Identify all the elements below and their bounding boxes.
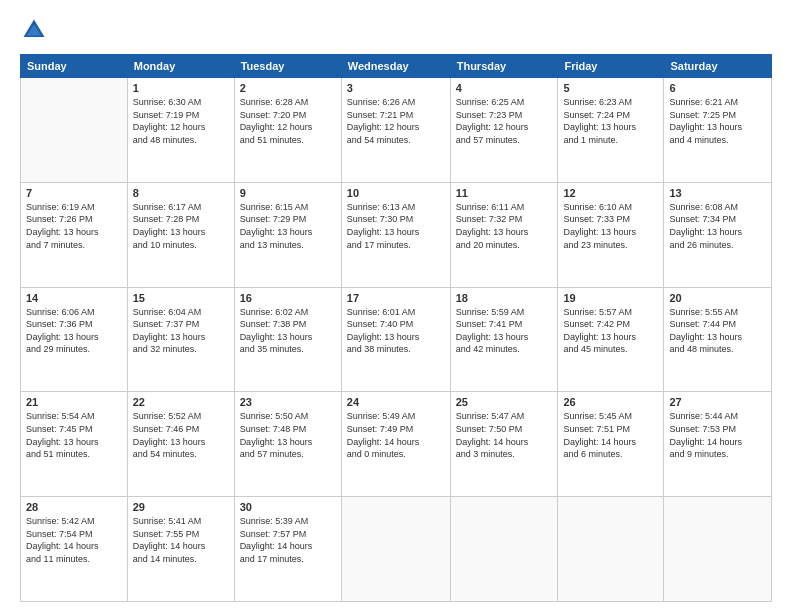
calendar-day-cell [450, 497, 558, 602]
day-info: Sunrise: 5:47 AM Sunset: 7:50 PM Dayligh… [456, 410, 553, 460]
day-number: 2 [240, 82, 336, 94]
day-info: Sunrise: 5:41 AM Sunset: 7:55 PM Dayligh… [133, 515, 229, 565]
day-number: 17 [347, 292, 445, 304]
day-number: 23 [240, 396, 336, 408]
day-number: 7 [26, 187, 122, 199]
day-info: Sunrise: 6:26 AM Sunset: 7:21 PM Dayligh… [347, 96, 445, 146]
calendar-day-cell: 15Sunrise: 6:04 AM Sunset: 7:37 PM Dayli… [127, 287, 234, 392]
calendar-header: SundayMondayTuesdayWednesdayThursdayFrid… [21, 55, 772, 78]
day-info: Sunrise: 6:11 AM Sunset: 7:32 PM Dayligh… [456, 201, 553, 251]
day-number: 25 [456, 396, 553, 408]
calendar-day-cell: 11Sunrise: 6:11 AM Sunset: 7:32 PM Dayli… [450, 182, 558, 287]
weekday-header: Saturday [664, 55, 772, 78]
calendar-day-cell: 14Sunrise: 6:06 AM Sunset: 7:36 PM Dayli… [21, 287, 128, 392]
calendar-day-cell: 23Sunrise: 5:50 AM Sunset: 7:48 PM Dayli… [234, 392, 341, 497]
day-info: Sunrise: 6:02 AM Sunset: 7:38 PM Dayligh… [240, 306, 336, 356]
logo [20, 16, 52, 44]
weekday-row: SundayMondayTuesdayWednesdayThursdayFrid… [21, 55, 772, 78]
day-info: Sunrise: 5:59 AM Sunset: 7:41 PM Dayligh… [456, 306, 553, 356]
day-number: 28 [26, 501, 122, 513]
calendar-week-row: 7Sunrise: 6:19 AM Sunset: 7:26 PM Daylig… [21, 182, 772, 287]
day-info: Sunrise: 6:21 AM Sunset: 7:25 PM Dayligh… [669, 96, 766, 146]
day-info: Sunrise: 5:44 AM Sunset: 7:53 PM Dayligh… [669, 410, 766, 460]
day-number: 21 [26, 396, 122, 408]
day-info: Sunrise: 5:39 AM Sunset: 7:57 PM Dayligh… [240, 515, 336, 565]
calendar-day-cell: 27Sunrise: 5:44 AM Sunset: 7:53 PM Dayli… [664, 392, 772, 497]
calendar-day-cell: 29Sunrise: 5:41 AM Sunset: 7:55 PM Dayli… [127, 497, 234, 602]
weekday-header: Monday [127, 55, 234, 78]
header [20, 16, 772, 44]
day-number: 27 [669, 396, 766, 408]
day-number: 6 [669, 82, 766, 94]
weekday-header: Sunday [21, 55, 128, 78]
day-number: 16 [240, 292, 336, 304]
day-info: Sunrise: 6:25 AM Sunset: 7:23 PM Dayligh… [456, 96, 553, 146]
calendar-day-cell: 10Sunrise: 6:13 AM Sunset: 7:30 PM Dayli… [341, 182, 450, 287]
day-info: Sunrise: 5:55 AM Sunset: 7:44 PM Dayligh… [669, 306, 766, 356]
day-info: Sunrise: 5:57 AM Sunset: 7:42 PM Dayligh… [563, 306, 658, 356]
day-info: Sunrise: 6:01 AM Sunset: 7:40 PM Dayligh… [347, 306, 445, 356]
day-info: Sunrise: 5:42 AM Sunset: 7:54 PM Dayligh… [26, 515, 122, 565]
calendar-day-cell: 13Sunrise: 6:08 AM Sunset: 7:34 PM Dayli… [664, 182, 772, 287]
day-number: 9 [240, 187, 336, 199]
calendar-week-row: 1Sunrise: 6:30 AM Sunset: 7:19 PM Daylig… [21, 78, 772, 183]
day-info: Sunrise: 6:28 AM Sunset: 7:20 PM Dayligh… [240, 96, 336, 146]
day-info: Sunrise: 5:49 AM Sunset: 7:49 PM Dayligh… [347, 410, 445, 460]
calendar-day-cell: 6Sunrise: 6:21 AM Sunset: 7:25 PM Daylig… [664, 78, 772, 183]
day-number: 14 [26, 292, 122, 304]
day-number: 10 [347, 187, 445, 199]
calendar-day-cell [21, 78, 128, 183]
day-number: 4 [456, 82, 553, 94]
day-info: Sunrise: 6:17 AM Sunset: 7:28 PM Dayligh… [133, 201, 229, 251]
calendar-day-cell [664, 497, 772, 602]
weekday-header: Thursday [450, 55, 558, 78]
day-info: Sunrise: 5:54 AM Sunset: 7:45 PM Dayligh… [26, 410, 122, 460]
calendar-day-cell: 21Sunrise: 5:54 AM Sunset: 7:45 PM Dayli… [21, 392, 128, 497]
day-info: Sunrise: 6:30 AM Sunset: 7:19 PM Dayligh… [133, 96, 229, 146]
calendar-week-row: 28Sunrise: 5:42 AM Sunset: 7:54 PM Dayli… [21, 497, 772, 602]
logo-icon [20, 16, 48, 44]
day-info: Sunrise: 5:50 AM Sunset: 7:48 PM Dayligh… [240, 410, 336, 460]
day-info: Sunrise: 6:19 AM Sunset: 7:26 PM Dayligh… [26, 201, 122, 251]
day-number: 12 [563, 187, 658, 199]
day-number: 19 [563, 292, 658, 304]
page: SundayMondayTuesdayWednesdayThursdayFrid… [0, 0, 792, 612]
calendar-day-cell: 2Sunrise: 6:28 AM Sunset: 7:20 PM Daylig… [234, 78, 341, 183]
calendar-day-cell: 8Sunrise: 6:17 AM Sunset: 7:28 PM Daylig… [127, 182, 234, 287]
calendar-day-cell: 12Sunrise: 6:10 AM Sunset: 7:33 PM Dayli… [558, 182, 664, 287]
day-number: 15 [133, 292, 229, 304]
day-number: 26 [563, 396, 658, 408]
calendar-day-cell: 5Sunrise: 6:23 AM Sunset: 7:24 PM Daylig… [558, 78, 664, 183]
calendar-day-cell: 7Sunrise: 6:19 AM Sunset: 7:26 PM Daylig… [21, 182, 128, 287]
calendar-week-row: 21Sunrise: 5:54 AM Sunset: 7:45 PM Dayli… [21, 392, 772, 497]
day-number: 24 [347, 396, 445, 408]
day-number: 13 [669, 187, 766, 199]
day-number: 29 [133, 501, 229, 513]
day-info: Sunrise: 5:52 AM Sunset: 7:46 PM Dayligh… [133, 410, 229, 460]
day-info: Sunrise: 5:45 AM Sunset: 7:51 PM Dayligh… [563, 410, 658, 460]
calendar-day-cell: 16Sunrise: 6:02 AM Sunset: 7:38 PM Dayli… [234, 287, 341, 392]
day-number: 1 [133, 82, 229, 94]
calendar-week-row: 14Sunrise: 6:06 AM Sunset: 7:36 PM Dayli… [21, 287, 772, 392]
calendar-day-cell: 25Sunrise: 5:47 AM Sunset: 7:50 PM Dayli… [450, 392, 558, 497]
calendar-day-cell [558, 497, 664, 602]
day-number: 18 [456, 292, 553, 304]
day-info: Sunrise: 6:06 AM Sunset: 7:36 PM Dayligh… [26, 306, 122, 356]
calendar-day-cell [341, 497, 450, 602]
day-info: Sunrise: 6:08 AM Sunset: 7:34 PM Dayligh… [669, 201, 766, 251]
calendar-day-cell: 3Sunrise: 6:26 AM Sunset: 7:21 PM Daylig… [341, 78, 450, 183]
day-info: Sunrise: 6:15 AM Sunset: 7:29 PM Dayligh… [240, 201, 336, 251]
weekday-header: Wednesday [341, 55, 450, 78]
day-info: Sunrise: 6:13 AM Sunset: 7:30 PM Dayligh… [347, 201, 445, 251]
day-number: 11 [456, 187, 553, 199]
day-number: 5 [563, 82, 658, 94]
calendar-day-cell: 20Sunrise: 5:55 AM Sunset: 7:44 PM Dayli… [664, 287, 772, 392]
day-info: Sunrise: 6:04 AM Sunset: 7:37 PM Dayligh… [133, 306, 229, 356]
calendar-day-cell: 22Sunrise: 5:52 AM Sunset: 7:46 PM Dayli… [127, 392, 234, 497]
calendar-day-cell: 19Sunrise: 5:57 AM Sunset: 7:42 PM Dayli… [558, 287, 664, 392]
calendar-table: SundayMondayTuesdayWednesdayThursdayFrid… [20, 54, 772, 602]
weekday-header: Tuesday [234, 55, 341, 78]
calendar-day-cell: 30Sunrise: 5:39 AM Sunset: 7:57 PM Dayli… [234, 497, 341, 602]
day-number: 8 [133, 187, 229, 199]
calendar-day-cell: 4Sunrise: 6:25 AM Sunset: 7:23 PM Daylig… [450, 78, 558, 183]
